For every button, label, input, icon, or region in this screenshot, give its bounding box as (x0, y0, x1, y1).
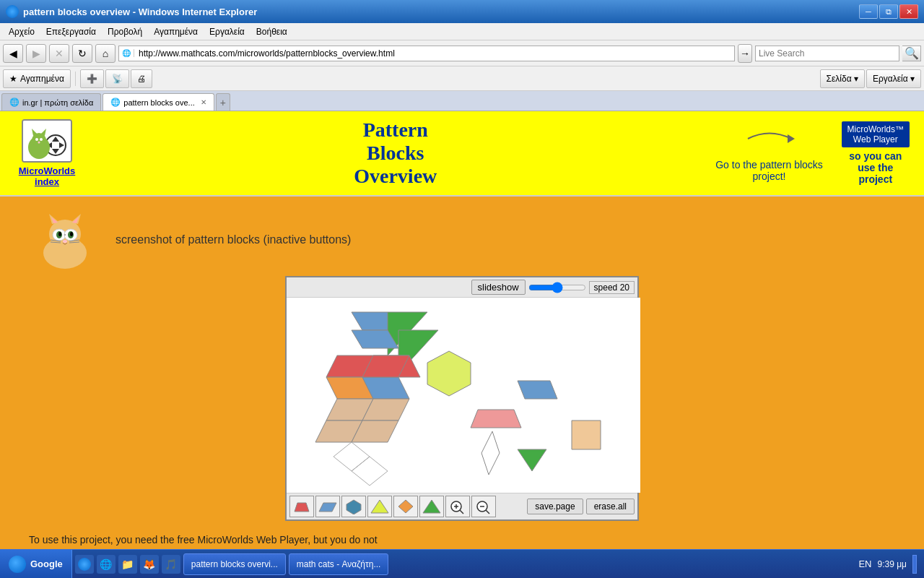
slideshow-button[interactable]: slideshow (471, 280, 526, 295)
logo-image (22, 119, 72, 163)
nav-bar: ◀ ▶ ✕ ↻ ⌂ 🌐 → 🔍 (0, 40, 924, 66)
zoom-in-btn[interactable] (445, 496, 470, 517)
arrow-svg (741, 124, 798, 153)
stop-button[interactable]: ✕ (49, 44, 69, 63)
shape-btn-hexagon[interactable] (341, 496, 366, 517)
taskbar-clock: 9:39 μμ (877, 559, 907, 569)
svg-marker-57 (423, 500, 440, 513)
desc-para-1: To use this project, you need the free M… (29, 532, 383, 549)
restore-button[interactable]: ⧉ (879, 4, 898, 19)
shape-btn-triangle-yellow[interactable] (367, 496, 392, 517)
menu-file[interactable]: Αρχείο (3, 25, 40, 38)
shape-btn-parallelogram[interactable] (315, 496, 340, 517)
tab-label-ingr: in.gr | πρώτη σελίδα (22, 98, 93, 107)
description-section: To use this project, you need the free M… (29, 532, 383, 549)
windows-orb (9, 556, 26, 573)
back-button[interactable]: ◀ (3, 44, 23, 63)
tab-label-patternblocks: pattern blocks ove... (123, 98, 194, 107)
page-btn[interactable]: Σελίδα ▾ (820, 69, 865, 88)
page-header: MicroWorlds index Pattern Blocks Overvie… (0, 111, 924, 197)
tabs-bar: 🌐 in.gr | πρώτη σελίδα 🌐 pattern blocks … (0, 91, 924, 111)
print-btn[interactable]: 🖨 (131, 69, 152, 88)
svg-line-64 (486, 510, 489, 514)
header-title: Pattern Blocks Overview (79, 118, 712, 188)
menu-view[interactable]: Προβολή (102, 25, 148, 38)
action-buttons: save.page erase.all (527, 499, 635, 514)
print-icon: 🖨 (137, 74, 146, 84)
address-icon: 🌐 (119, 49, 134, 57)
ie-logo (6, 5, 19, 18)
menu-help[interactable]: Βοήθεια (250, 25, 293, 38)
tab-ingr[interactable]: 🌐 in.gr | πρώτη σελίδα (1, 93, 101, 111)
minimize-button[interactable]: ─ (859, 4, 878, 19)
search-button[interactable]: 🔍 (902, 46, 921, 61)
add-to-favorites-btn[interactable]: ➕ (80, 69, 104, 88)
taskbar-media-icon[interactable]: 🎵 (162, 555, 180, 574)
home-button[interactable]: ⌂ (95, 44, 116, 63)
shape-btn-triangle-green[interactable] (419, 496, 444, 517)
header-goto[interactable]: Go to the pattern blocks project! (712, 124, 827, 182)
title-bar: pattern blocks overview - Windows Intern… (0, 0, 924, 23)
erase-all-button[interactable]: erase.all (586, 499, 635, 514)
close-button[interactable]: ✕ (899, 4, 918, 19)
svg-marker-13 (788, 134, 795, 143)
save-page-button[interactable]: save.page (527, 499, 583, 514)
taskbar: Google 🌐 📁 🦊 🎵 pattern blocks overvi... … (0, 549, 924, 578)
plugin-badge-line1: MicroWorlds™ (847, 124, 904, 134)
svg-marker-52 (295, 503, 309, 512)
zoom-out-btn[interactable] (471, 496, 496, 517)
arrow-icon (741, 124, 798, 159)
menu-edit[interactable]: Επεξεργασία (40, 25, 102, 38)
svg-point-26 (70, 232, 73, 236)
blocks-bottom-toolbar: save.page erase.all (287, 493, 637, 519)
svg-point-25 (58, 232, 61, 236)
taskbar-item-patternblocks[interactable]: pattern blocks overvi... (183, 553, 286, 575)
taskbar-time: 9:39 μμ (877, 559, 907, 569)
star-icon: ★ (9, 74, 17, 84)
svg-point-11 (40, 138, 43, 141)
search-container (755, 46, 899, 61)
speed-label: speed 20 (589, 281, 635, 294)
new-tab-button[interactable]: + (216, 93, 230, 111)
tools-btn[interactable]: Εργαλεία ▾ (866, 69, 921, 88)
menu-favorites[interactable]: Αγαπημένα (148, 25, 204, 38)
taskbar-firefox-icon[interactable]: 🦊 (140, 555, 159, 574)
menu-tools[interactable]: Εργαλεία (204, 25, 250, 38)
taskbar-folder-icon[interactable]: 📁 (118, 555, 137, 574)
svg-marker-48 (518, 381, 557, 399)
plugin-badge-line2: Web Player (853, 134, 898, 144)
main-content: screenshot of pattern blocks (inactive b… (0, 197, 924, 549)
taskbar-item-mathcats[interactable]: math cats - Αναζήτη... (289, 553, 389, 575)
header-logo-section: MicroWorlds index (14, 119, 79, 187)
forward-button[interactable]: ▶ (26, 44, 46, 63)
address-input[interactable] (136, 46, 734, 61)
refresh-button[interactable]: ↻ (72, 44, 92, 63)
cat-svg (29, 210, 101, 271)
speed-slider[interactable] (528, 282, 586, 293)
taskbar-item-label-1: pattern blocks overvi... (191, 559, 278, 569)
svg-point-27 (63, 240, 67, 243)
title-bar-controls: ─ ⧉ ✕ (859, 4, 918, 19)
tab-patternblocks[interactable]: 🌐 pattern blocks ove... ✕ (103, 93, 214, 111)
header-plugin: MicroWorlds™ Web Player so you can use t… (842, 121, 910, 185)
search-input[interactable] (756, 46, 899, 61)
start-button[interactable]: Google (0, 550, 72, 578)
logo-link[interactable]: MicroWorlds index (14, 165, 79, 187)
svg-marker-51 (572, 420, 601, 449)
taskbar-ie-icon[interactable]: 🌐 (97, 555, 116, 574)
plugin-badge: MicroWorlds™ Web Player (842, 121, 910, 147)
svg-marker-44 (334, 442, 370, 471)
goto-text: Go to the pattern blocks project! (712, 159, 827, 182)
plugin-text-line1: so you can (849, 150, 902, 162)
go-button[interactable]: → (738, 44, 752, 63)
tab-close-patternblocks[interactable]: ✕ (201, 98, 206, 106)
add-icon: ➕ (87, 74, 97, 84)
taskbar-items: 🌐 📁 🦊 🎵 pattern blocks overvi... math ca… (72, 550, 852, 578)
shape-btn-trapezoid-red[interactable] (289, 496, 314, 517)
favorites-btn[interactable]: ★ Αγαπημένα (3, 69, 71, 88)
shape-btn-rhombus[interactable] (393, 496, 418, 517)
blocks-viewer: slideshow speed 20 (285, 276, 639, 521)
taskbar-browser-icon[interactable] (75, 555, 94, 574)
taskbar-show-desktop[interactable] (912, 555, 917, 574)
feeds-btn[interactable]: 📡 (105, 69, 129, 88)
